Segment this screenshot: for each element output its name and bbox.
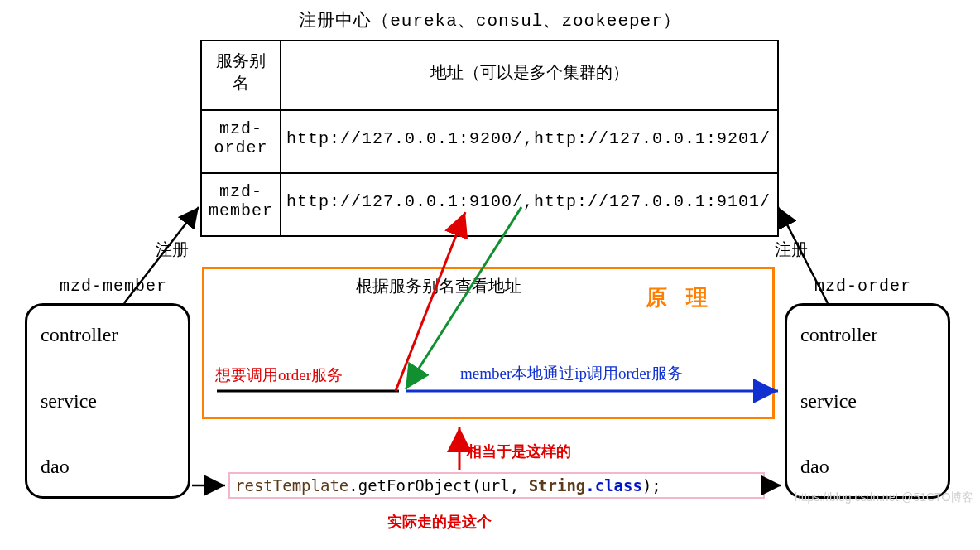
table-header-address: 地址（可以是多个集群的） (281, 41, 778, 110)
cell-address: http://127.0.0.1:9200/,http://127.0.0.1:… (281, 110, 778, 173)
cell-alias: mzd-member (201, 173, 281, 236)
table-header-alias: 服务别名 (201, 41, 281, 110)
code-str: String (529, 476, 586, 495)
registry-title: 注册中心（eureka、consul、zookeeper） (0, 8, 980, 31)
principle-red-text: 想要调用order服务 (215, 364, 343, 386)
order-service-box: controller service dao (785, 303, 950, 499)
table-row: mzd-order http://127.0.0.1:9200/,http://… (201, 110, 778, 173)
registry-table: 服务别名 地址（可以是多个集群的） mzd-order http://127.0… (200, 40, 779, 237)
cell-alias: mzd-order (201, 110, 281, 173)
member-service-label: mzd-member (60, 277, 167, 296)
code-tail: ); (642, 476, 661, 495)
code-kw: .class (585, 476, 642, 495)
member-service-box: controller service dao (25, 303, 190, 499)
layer-dao: dao (800, 456, 934, 478)
order-service-label: mzd-order (814, 277, 911, 296)
code-obj: restTemplate (235, 476, 348, 495)
layer-controller: controller (800, 324, 934, 346)
watermark: https://blog.csdn.net @51CTO博客 (795, 490, 973, 505)
caption-above-code: 相当于是这样的 (467, 441, 571, 461)
cell-address: http://127.0.0.1:9100/,http://127.0.0.1:… (281, 173, 778, 236)
register-label-right: 注册 (775, 239, 808, 261)
principle-blue-text: member本地通过ip调用order服务 (460, 363, 683, 384)
layer-dao: dao (41, 456, 175, 478)
layer-service: service (800, 390, 934, 412)
principle-title: 根据服务别名查看地址 (356, 275, 521, 297)
principle-badge: 原 理 (646, 283, 714, 312)
register-label-left: 注册 (156, 239, 189, 261)
code-method: .getForObject(url, (348, 476, 528, 495)
table-row: mzd-member http://127.0.0.1:9100/,http:/… (201, 173, 778, 236)
code-snippet: restTemplate.getForObject(url, String.cl… (228, 472, 765, 499)
layer-controller: controller (41, 324, 175, 346)
layer-service: service (41, 390, 175, 412)
caption-below-code: 实际走的是这个 (387, 512, 492, 532)
